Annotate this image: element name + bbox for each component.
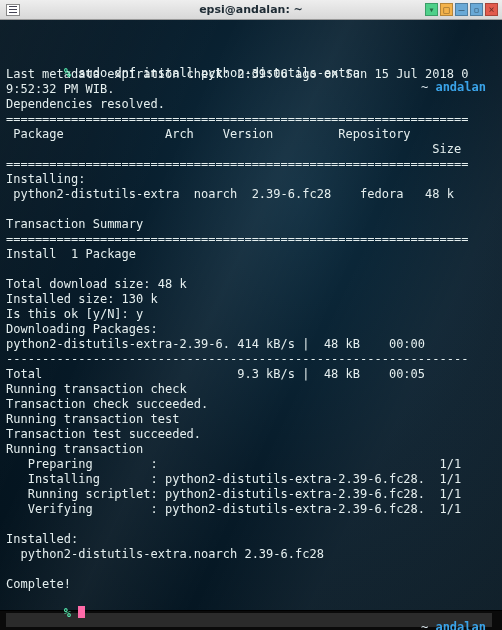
minimize-button[interactable]: ▾ [425, 3, 438, 16]
hostname: andalan [435, 80, 486, 94]
close-button[interactable]: × [485, 3, 498, 16]
cwd-tilde: ~ [421, 80, 428, 94]
terminal-area[interactable]: % sudo dnf install python-distutils-extr… [0, 20, 502, 610]
titlebar: epsi@andalan: ~ ▾ □ — ▫ × [0, 0, 502, 20]
right-prompt: ~ andalan [421, 80, 486, 94]
right-prompt: ~ andalan [421, 620, 486, 630]
shade-button[interactable]: ▫ [470, 3, 483, 16]
restore-button[interactable]: — [455, 3, 468, 16]
cursor [78, 606, 85, 618]
prompt-symbol: % [64, 606, 71, 620]
prompt-symbol: % [64, 66, 71, 80]
terminal-output: Last metadata expiration check: 2:39:06 … [6, 67, 496, 592]
prompt-line-2: % ~ andalan [6, 592, 496, 607]
window-controls: ▾ □ — ▫ × [425, 3, 498, 16]
maximize-button[interactable]: □ [440, 3, 453, 16]
hostname: andalan [435, 620, 486, 630]
cwd-tilde: ~ [421, 620, 428, 630]
command-text: sudo dnf install python-distutils-extra [78, 66, 360, 80]
prompt-line-1: % sudo dnf install python-distutils-extr… [6, 52, 496, 67]
